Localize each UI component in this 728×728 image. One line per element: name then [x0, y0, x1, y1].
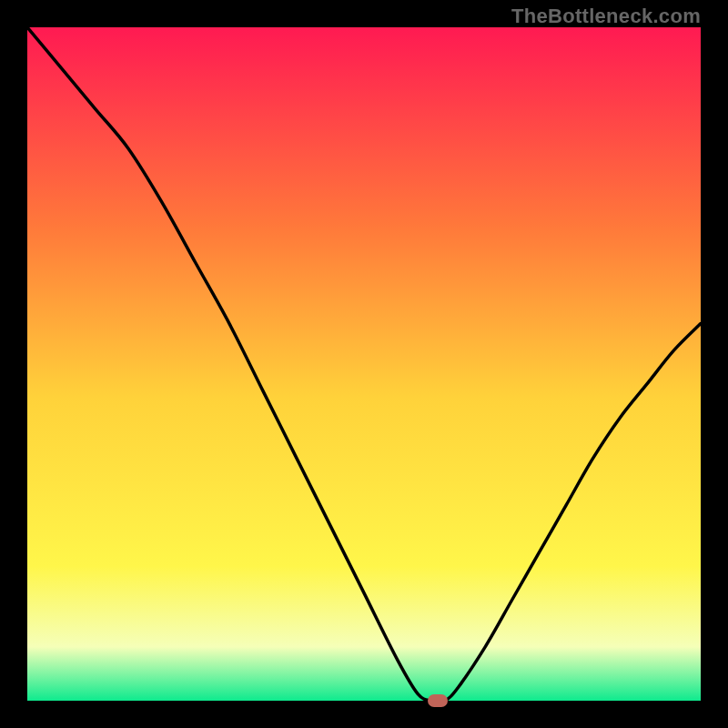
chart-frame: { "attribution": "TheBottleneck.com", "c… [0, 0, 728, 728]
optimal-point-marker [428, 694, 448, 707]
attribution-text: TheBottleneck.com [511, 5, 701, 28]
bottleneck-plot [27, 27, 701, 701]
gradient-background [27, 27, 701, 701]
